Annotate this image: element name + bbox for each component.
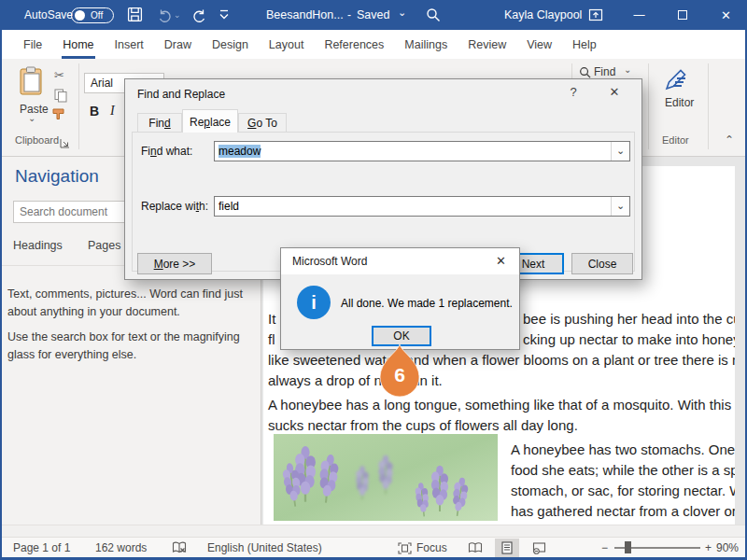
focus-icon[interactable] [398, 542, 412, 557]
format-painter-icon[interactable] [52, 107, 67, 124]
minimize-button[interactable]: — [618, 0, 660, 30]
more-button[interactable]: More >> [137, 253, 212, 274]
web-layout-icon [532, 542, 546, 554]
alert-title-bar: Microsoft Word ✕ [281, 248, 519, 274]
horizontal-scrollbar[interactable] [0, 525, 745, 537]
tab-design[interactable]: Design [202, 31, 259, 59]
save-status[interactable]: Saved [357, 8, 389, 21]
word-count[interactable]: 162 words [95, 541, 147, 554]
window-border-left [0, 30, 2, 557]
find-dropdown-icon[interactable]: ⌄ [624, 64, 631, 75]
zoom-level[interactable]: 90% [716, 541, 739, 554]
autosave-state-label: Off [91, 10, 103, 21]
tab-review[interactable]: Review [458, 31, 516, 59]
maximize-button[interactable] [661, 0, 703, 30]
nav-tab-headings[interactable]: Headings [13, 239, 63, 252]
collapse-ribbon-icon[interactable]: ⌃ [725, 133, 734, 147]
autosave-toggle[interactable]: Off [71, 7, 114, 23]
read-mode-icon [468, 542, 483, 553]
tab-view[interactable]: View [516, 31, 562, 59]
copy-icon[interactable] [54, 89, 67, 106]
save-icon[interactable] [127, 7, 143, 25]
autosave-label: AutoSave [24, 8, 73, 21]
read-mode-button[interactable] [463, 539, 487, 557]
dialog-title: Find and Replace [137, 88, 225, 101]
doc-text: like sweetened water, and when a flower … [268, 352, 735, 368]
focus-label[interactable]: Focus [416, 541, 447, 554]
zoom-in-button[interactable]: + [705, 541, 712, 554]
alert-close-icon[interactable]: ✕ [496, 254, 506, 268]
ribbon-separator-3 [648, 63, 649, 149]
doc-text: A honeybee has a long tongue, something … [268, 397, 735, 413]
replace-with-combobox[interactable]: field ⌄ [214, 196, 630, 217]
doc-text: sucks nectar from the cups of flowers al… [268, 417, 578, 433]
redo-icon[interactable] [192, 7, 207, 25]
clipboard-dialog-launcher-icon[interactable] [60, 135, 70, 152]
doc-text: stomach, or sac, for storing nectar. W [511, 483, 735, 498]
doc-text: A honeybee has two stomachs. One [511, 441, 735, 457]
navigation-title: Navigation [15, 166, 99, 187]
paste-dropdown-icon[interactable]: ⌄ [28, 113, 35, 123]
tab-references[interactable]: References [314, 31, 394, 59]
status-bar: Page 1 of 1 162 words English (United St… [0, 537, 745, 557]
info-icon: i [297, 286, 331, 319]
document-image-lavender[interactable] [274, 434, 498, 521]
dialog-close-icon[interactable]: ✕ [603, 85, 626, 99]
dialog-help-icon[interactable]: ? [562, 85, 585, 99]
tab-layout[interactable]: Layout [259, 31, 315, 59]
page-indicator[interactable]: Page 1 of 1 [13, 541, 70, 554]
doc-text: bee is pushing her head into the cup [523, 311, 735, 327]
italic-button[interactable]: I [110, 104, 115, 119]
doc-text: It [268, 311, 275, 327]
editor-button-label[interactable]: Editor [665, 96, 694, 109]
document-title[interactable]: BeesandHon... [266, 8, 344, 21]
ribbon-separator-4 [708, 63, 709, 149]
autosave-toggle-knob [75, 10, 85, 21]
doc-text: has gathered nectar from a clover or [511, 503, 735, 519]
cut-icon[interactable]: ✂ [54, 68, 64, 82]
close-button[interactable]: Close [571, 253, 633, 274]
title-bar: AutoSave Off ⌄ BeesandHon... - Saved ⌄ K… [0, 0, 747, 30]
tab-help[interactable]: Help [562, 31, 607, 59]
tab-home[interactable]: Home [52, 31, 104, 59]
tab-mailings[interactable]: Mailings [394, 31, 458, 59]
print-layout-button[interactable] [495, 539, 519, 557]
paste-icon[interactable] [19, 66, 44, 99]
replace-with-label: Replace with: [141, 200, 208, 213]
dialog-tab-goto[interactable]: Go To [238, 113, 287, 133]
nav-tab-pages[interactable]: Pages [88, 239, 120, 252]
find-label[interactable]: Find [594, 65, 615, 78]
editor-icon[interactable] [663, 66, 689, 96]
title-chevron-down-icon[interactable]: ⌄ [398, 7, 406, 19]
web-layout-button[interactable] [527, 539, 551, 557]
dialog-tab-replace[interactable]: Replace [182, 109, 238, 133]
ribbon-separator [78, 63, 79, 149]
undo-dropdown-icon[interactable]: ⌄ [174, 10, 181, 20]
customize-quick-access-icon[interactable] [218, 8, 230, 24]
proofing-icon[interactable] [172, 541, 187, 557]
doc-text: cking up nectar to make into honey. [523, 331, 735, 347]
tab-insert[interactable]: Insert [105, 31, 154, 59]
word-alert-dialog: Microsoft Word ✕ i All done. We made 1 r… [280, 247, 520, 350]
language-indicator[interactable]: English (United States) [207, 541, 322, 554]
replace-with-dropdown-icon[interactable]: ⌄ [611, 197, 629, 216]
find-what-combobox[interactable]: meadow ⌄ [214, 141, 630, 161]
close-window-button[interactable]: ✕ [705, 0, 747, 30]
find-what-value: meadow [218, 145, 261, 158]
tab-file[interactable]: File [13, 31, 52, 59]
dialog-tab-find[interactable]: Find [137, 113, 182, 133]
undo-icon[interactable] [157, 7, 172, 25]
doc-text: food she eats; while the other is a sp [511, 462, 735, 478]
ribbon-display-options-icon[interactable] [588, 7, 603, 25]
bold-button[interactable]: B [90, 104, 99, 119]
clipboard-group-label: Clipboard [15, 134, 59, 146]
tab-draw[interactable]: Draw [154, 31, 202, 59]
find-what-dropdown-icon[interactable]: ⌄ [611, 142, 629, 161]
search-icon[interactable] [426, 7, 441, 25]
zoom-slider-thumb[interactable] [625, 541, 631, 553]
zoom-out-button[interactable]: − [601, 541, 608, 554]
nav-help-text-2: Use the search box for text or the magni… [7, 329, 252, 364]
nav-help-text-1: Text, comments, pictures... Word can fin… [7, 286, 252, 321]
doc-text: fl [268, 331, 275, 347]
user-name[interactable]: Kayla Claypool [504, 8, 582, 21]
